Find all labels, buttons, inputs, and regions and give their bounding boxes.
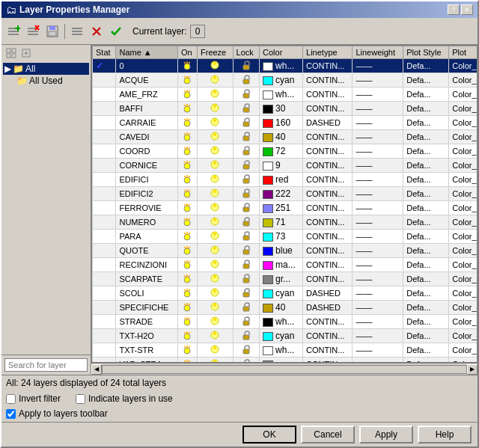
cell-on[interactable] <box>177 187 197 201</box>
table-row[interactable]: NUMERO 71 CONTIN... —— Defa... Color_71 <box>93 215 478 230</box>
table-row[interactable]: VAR_STRA gr... CONTIN... —— Defa... Colo… <box>93 358 478 363</box>
cell-lock[interactable] <box>233 329 259 343</box>
table-row[interactable]: COORD 72 CONTIN... —— Defa... Color_72 <box>93 144 478 159</box>
cell-color[interactable]: wh... <box>260 59 303 73</box>
cell-freeze[interactable] <box>198 88 234 102</box>
cell-on[interactable] <box>177 88 197 102</box>
table-row[interactable]: SPECIFICHE 40 DASHED —— Defa... Color_40 <box>93 301 478 315</box>
cell-lock[interactable] <box>233 159 259 173</box>
save-state-button[interactable] <box>43 22 61 40</box>
cell-lock[interactable] <box>233 187 259 201</box>
table-row[interactable]: TXT-STR wh... CONTIN... —— Defa... Color… <box>93 343 478 358</box>
col-plotstyle[interactable]: Plot Style <box>403 46 449 59</box>
cell-color[interactable]: 222 <box>260 187 303 201</box>
delete-state-button[interactable] <box>88 22 106 40</box>
table-row[interactable]: SCARPATE gr... CONTIN... —— Defa... Colo… <box>93 272 478 286</box>
ok-button[interactable]: OK <box>242 426 296 444</box>
cell-freeze[interactable] <box>198 187 234 201</box>
cell-on[interactable] <box>177 230 197 244</box>
new-layer-button[interactable] <box>4 22 22 40</box>
cell-color[interactable]: gr... <box>260 358 303 363</box>
table-row[interactable]: CARRAIE 160 DASHED —— Defa... Color_... <box>93 116 478 130</box>
cell-lock[interactable] <box>233 102 259 116</box>
cell-color[interactable]: 160 <box>260 116 303 130</box>
col-freeze[interactable]: Freeze <box>198 46 234 59</box>
horizontal-scrollbar[interactable]: ◀ ▶ <box>91 363 478 375</box>
cell-color[interactable]: 72 <box>260 144 303 159</box>
col-plot[interactable]: Plot <box>449 46 478 59</box>
table-row[interactable]: SCOLI cyan DASHED —— Defa... Color_4 <box>93 286 478 301</box>
cell-on[interactable] <box>177 144 197 159</box>
cell-on[interactable] <box>177 173 197 187</box>
close-button[interactable]: ✕ <box>461 4 473 15</box>
cell-color[interactable]: 251 <box>260 201 303 215</box>
cell-freeze[interactable] <box>198 286 234 301</box>
table-row[interactable]: ✓ 0 wh... CONTIN... —— Defa... Color_7 <box>93 59 478 73</box>
cell-color[interactable]: 40 <box>260 130 303 144</box>
restore-state-button[interactable] <box>68 22 86 40</box>
col-on[interactable]: On <box>177 46 197 59</box>
table-row[interactable]: QUOTE blue CONTIN... —— Defa... Color_5 <box>93 244 478 258</box>
col-lock[interactable]: Lock <box>233 46 259 59</box>
cell-freeze[interactable] <box>198 272 234 286</box>
indicate-layers-checkbox[interactable] <box>76 394 85 404</box>
cell-lock[interactable] <box>233 343 259 358</box>
cell-on[interactable] <box>177 343 197 358</box>
table-row[interactable]: RECINZIONI ma... CONTIN... —— Defa... Co… <box>93 258 478 272</box>
cell-lock[interactable] <box>233 116 259 130</box>
cell-on[interactable] <box>177 102 197 116</box>
cell-color[interactable]: ma... <box>260 258 303 272</box>
table-row[interactable]: CAVEDI 40 CONTIN... —— Defa... Color_40 <box>93 130 478 144</box>
tree-collapse-button[interactable] <box>4 46 18 60</box>
cell-lock[interactable] <box>233 215 259 230</box>
cell-lock[interactable] <box>233 130 259 144</box>
cell-freeze[interactable] <box>198 258 234 272</box>
cell-freeze[interactable] <box>198 329 234 343</box>
cell-color[interactable]: red <box>260 173 303 187</box>
cell-on[interactable] <box>177 201 197 215</box>
apply-button[interactable]: Apply <box>359 426 413 444</box>
table-row[interactable]: BAFFI 30 CONTIN... —— Defa... Color_30 <box>93 102 478 116</box>
cell-on[interactable] <box>177 116 197 130</box>
scroll-right-button[interactable]: ▶ <box>467 364 478 375</box>
cell-freeze[interactable] <box>198 173 234 187</box>
cell-on[interactable] <box>177 272 197 286</box>
table-row[interactable]: FERROVIE 251 CONTIN... —— Defa... Color_… <box>93 201 478 215</box>
cell-lock[interactable] <box>233 59 259 73</box>
cell-freeze[interactable] <box>198 116 234 130</box>
col-linetype[interactable]: Linetype <box>303 46 353 59</box>
apply-toolbar-checkbox[interactable] <box>6 409 16 419</box>
cell-color[interactable]: 40 <box>260 301 303 315</box>
tree-expand-button[interactable] <box>19 46 33 60</box>
tree-item-all-used[interactable]: 📁 All Used <box>15 75 89 87</box>
cell-lock[interactable] <box>233 230 259 244</box>
search-input[interactable] <box>4 358 88 372</box>
cell-on[interactable] <box>177 59 197 73</box>
cell-color[interactable]: cyan <box>260 329 303 343</box>
cell-on[interactable] <box>177 130 197 144</box>
cell-freeze[interactable] <box>198 73 234 88</box>
col-stat[interactable]: Stat <box>93 46 116 59</box>
cell-on[interactable] <box>177 215 197 230</box>
cell-on[interactable] <box>177 358 197 363</box>
cell-color[interactable]: 73 <box>260 230 303 244</box>
tree-item-all[interactable]: ▶ 📁 All <box>3 63 89 75</box>
cell-lock[interactable] <box>233 88 259 102</box>
table-row[interactable]: ACQUE cyan CONTIN... —— Defa... Color_4 <box>93 73 478 88</box>
cell-lock[interactable] <box>233 301 259 315</box>
cell-color[interactable]: 30 <box>260 102 303 116</box>
apply-toolbar-option[interactable]: Apply to layers toolbar <box>6 408 473 419</box>
cell-color[interactable]: cyan <box>260 73 303 88</box>
cell-on[interactable] <box>177 159 197 173</box>
cell-color[interactable]: 9 <box>260 159 303 173</box>
col-color[interactable]: Color <box>260 46 303 59</box>
cell-color[interactable]: blue <box>260 244 303 258</box>
table-row[interactable]: STRADE wh... CONTIN... —— Defa... Color_… <box>93 315 478 329</box>
cell-on[interactable] <box>177 315 197 329</box>
cell-color[interactable]: cyan <box>260 286 303 301</box>
table-row[interactable]: TXT-H2O cyan CONTIN... —— Defa... Color_… <box>93 329 478 343</box>
help-button[interactable]: ? <box>448 4 460 15</box>
cell-lock[interactable] <box>233 358 259 363</box>
table-row[interactable]: EDIFICI red CONTIN... —— Defa... Color_1 <box>93 173 478 187</box>
invert-filter-option[interactable]: Invert filter <box>6 393 61 404</box>
